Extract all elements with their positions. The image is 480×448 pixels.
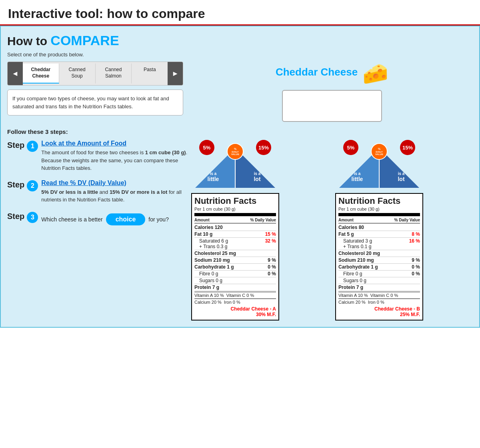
step-3-after-text: for you? xyxy=(148,216,169,223)
nf-a-row-carb: Carbohydrate 1 g0 % xyxy=(194,264,276,271)
svg-text:lot: lot xyxy=(254,176,260,182)
step-3-row: Step 3 Which cheese is a better choice f… xyxy=(7,211,191,225)
dv-center-badge-b: % DAILY VALUE xyxy=(371,143,388,160)
svg-text:is a: is a xyxy=(354,171,361,176)
steps-section: Follow these 3 steps: Step 1 Look at the… xyxy=(7,122,473,321)
nf-b-row-calories: Calories 80 xyxy=(338,224,420,231)
step-1-circle: 1 xyxy=(27,141,38,152)
nf-a-row-chol: Cholesterol 25 mg xyxy=(194,250,276,257)
step-1-row: Step 1 Look at the Amount of Food The am… xyxy=(7,140,191,172)
page-title: Interactive tool: how to compare xyxy=(0,0,480,26)
nf-b-minerals: Calcium 20 %Iron 0 % xyxy=(338,299,420,305)
nf-b-row-protein: Protein 7 g xyxy=(338,284,420,291)
svg-text:is a: is a xyxy=(210,171,217,176)
step-1-label: Step xyxy=(7,140,24,150)
product-image xyxy=(282,90,382,122)
nf-b-label: Cheddar Cheese - B25% M.F. xyxy=(338,306,420,317)
next-button[interactable]: ► xyxy=(168,62,183,85)
nf-b-title: Nutrition Facts xyxy=(338,196,420,206)
nutrition-facts-a: Nutrition Facts Per 1 cm cube (30 g) Amo… xyxy=(191,193,279,321)
svg-text:little: little xyxy=(208,176,219,182)
tab-pasta[interactable]: Pasta xyxy=(132,64,168,83)
svg-text:is a: is a xyxy=(398,171,405,176)
nf-a-row-sugars: Sugars 0 g xyxy=(194,277,276,284)
select-instructions: Select one of the products below. xyxy=(7,52,473,58)
step-1-link[interactable]: Look at the Amount of Food xyxy=(41,140,191,147)
chart-b: 5% % DAILY VALUE 15% is a little xyxy=(335,140,473,321)
nf-b-serving: Per 1 cm cube (30 g) xyxy=(338,207,420,216)
step-2-row: Step 2 Read the % DV (Daily Value) 5% DV… xyxy=(7,179,191,204)
nf-a-row-fat: Fat 10 g15 % xyxy=(194,231,276,238)
chart-a: 5% % DAILY VALUE 15% xyxy=(191,140,329,321)
nf-b-row-sat: Saturated 3 g+ Trans 0.1 g16 % xyxy=(338,238,420,250)
dv-center-badge-a: % DAILY VALUE xyxy=(227,143,244,160)
step-3-circle: 3 xyxy=(27,212,38,223)
nf-b-row-fat: Fat 5 g8 % xyxy=(338,231,420,238)
badge-5-a: 5% xyxy=(199,140,214,155)
how-to-header: How to COMPARE xyxy=(7,33,473,48)
nf-b-row-sugars: Sugars 0 g xyxy=(338,277,420,284)
nf-a-row-protein: Protein 7 g xyxy=(194,284,276,291)
badge-5-b: 5% xyxy=(343,140,358,155)
charts-area: 5% % DAILY VALUE 15% xyxy=(191,140,473,321)
product-info-box: If you compare two types of cheese, you … xyxy=(7,90,183,115)
svg-text:is a: is a xyxy=(254,171,261,176)
nf-a-vitamins: Vitamin A 10 %Vitamin C 0 % xyxy=(194,292,276,298)
nf-a-row-sodium: Sodium 210 mg9 % xyxy=(194,257,276,264)
nf-b-row-sodium: Sodium 210 mg9 % xyxy=(338,257,420,264)
svg-text:little: little xyxy=(352,176,363,182)
tab-cheddar-cheese[interactable]: CheddarCheese xyxy=(23,64,59,83)
nf-a-minerals: Calcium 20 %Iron 0 % xyxy=(194,299,276,305)
nf-b-row-chol: Cholesterol 20 mg xyxy=(338,250,420,257)
nf-b-dv-header: % Daily Value xyxy=(394,218,420,222)
nf-b-row-carb: Carbohydrate 1 g0 % xyxy=(338,264,420,271)
nutrition-facts-b: Nutrition Facts Per 1 cm cube (30 g) Amo… xyxy=(335,193,423,321)
badge-15-a: 15% xyxy=(256,140,271,155)
step-3-label: Step xyxy=(7,211,24,221)
nf-a-row-fibre: Fibre 0 g0 % xyxy=(194,271,276,277)
nf-b-vitamins: Vitamin A 10 %Vitamin C 0 % xyxy=(338,292,420,298)
product-icon: 🧀 xyxy=(362,62,388,86)
nf-a-label: Cheddar Cheese - A30% M.F. xyxy=(194,306,276,317)
product-selector: ◄ CheddarCheese CannedSoup CannedSalmon … xyxy=(7,62,183,86)
step-2-link[interactable]: Read the % DV (Daily Value) xyxy=(41,179,191,187)
prev-button[interactable]: ◄ xyxy=(8,62,23,85)
nf-a-amount-header: Amount xyxy=(194,218,210,222)
step-2-desc: 5% DV or less is a little and 15% DV or … xyxy=(41,188,191,204)
nf-a-row-sat: Saturated 6 g+ Trans 0.3 g32 % xyxy=(194,238,276,250)
tab-canned-salmon[interactable]: CannedSalmon xyxy=(96,64,132,83)
tab-canned-soup[interactable]: CannedSoup xyxy=(59,64,96,83)
step-2-label: Step xyxy=(7,179,24,189)
nf-b-row-fibre: Fibre 0 g0 % xyxy=(338,271,420,277)
product-tabs: CheddarCheese CannedSoup CannedSalmon Pa… xyxy=(23,64,168,83)
nf-a-title: Nutrition Facts xyxy=(194,196,276,206)
step-1-desc: The amount of food for these two cheeses… xyxy=(41,149,191,172)
nf-a-dv-header: % Daily Value xyxy=(250,218,276,222)
step-3-before-text: Which cheese is a better xyxy=(41,216,102,223)
nf-a-row-calories: Calories 120 xyxy=(194,224,276,231)
selected-product-name: Cheddar Cheese xyxy=(276,66,358,78)
step-2-circle: 2 xyxy=(27,180,38,191)
nf-a-serving: Per 1 cm cube (30 g) xyxy=(194,207,276,216)
nf-b-amount-header: Amount xyxy=(338,218,354,222)
follow-steps-text: Follow these 3 steps: xyxy=(7,128,473,135)
svg-text:lot: lot xyxy=(398,176,404,182)
choice-button[interactable]: choice xyxy=(106,213,146,225)
badge-15-b: 15% xyxy=(400,140,415,155)
